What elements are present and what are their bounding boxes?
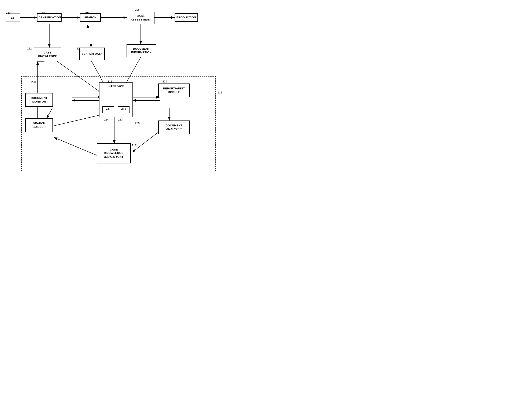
box-search: SEARCH	[80, 13, 101, 22]
box-api: API	[102, 106, 114, 113]
label-220: 220	[135, 122, 140, 125]
box-case-knowledge: CASEKNOWLEDGE	[34, 48, 61, 61]
box-report-audit: REPORT/AUDITMODULE	[158, 84, 190, 97]
box-case-knowledge-repo: CASEKNOWLEDGE Repository	[97, 143, 131, 163]
box-document-information: DOCUMENTINFORMATION	[127, 44, 156, 57]
box-gui: GUI	[118, 106, 130, 113]
label-229: 229	[163, 80, 167, 83]
label-228: 228	[31, 80, 36, 84]
box-interface: INTERFACE API GUI	[99, 82, 133, 117]
diagram-container: 120 ESI 204 IDENTIFICATION 206 SEARCH 20…	[0, 0, 266, 204]
box-esi: ESI	[6, 14, 20, 22]
box-search-data: SEARCH DATA	[79, 48, 105, 60]
box-identification: IDENTIFICATION	[37, 13, 61, 22]
label-208: 208	[135, 8, 140, 11]
label-214: 214	[104, 118, 109, 121]
label-112: 112	[218, 91, 222, 94]
box-case-assessment: CASEASSESSMENT	[127, 12, 155, 24]
box-document-analyzer: DOCUMENTANALYZER	[158, 120, 190, 134]
box-search-builder: SEARCHBUILDER	[25, 118, 53, 132]
label-213: 213	[118, 118, 123, 121]
label-218: 218	[132, 144, 136, 147]
box-production: PRODUCTION	[174, 13, 198, 22]
box-document-monitor: DOCUMENTMONITOR	[25, 93, 53, 107]
label-222: 222	[27, 47, 32, 50]
